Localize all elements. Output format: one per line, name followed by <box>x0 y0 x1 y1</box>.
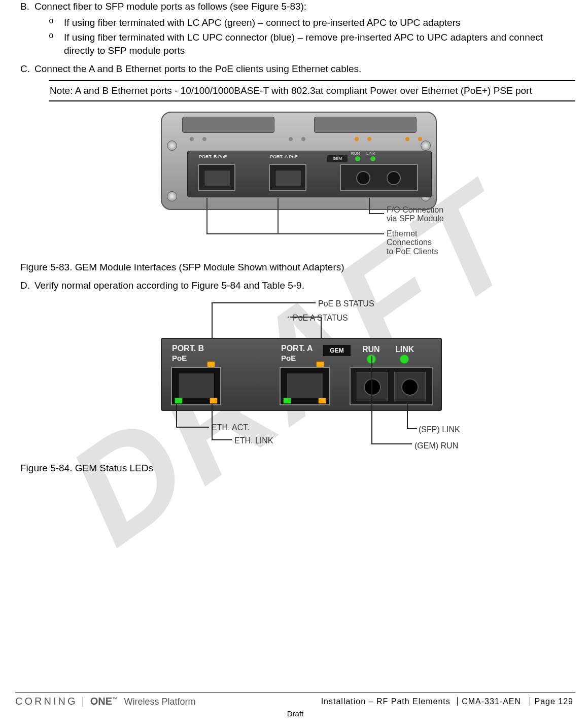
fig83-annot-fo: F/O Connection via SFP Module <box>387 205 444 223</box>
note-text: Note: A and B Ethernet ports - 10/100/10… <box>50 85 532 96</box>
footer-draft: Draft <box>15 709 575 718</box>
figure-83-caption: Figure 5-83. GEM Module Interfaces (SFP … <box>20 261 575 274</box>
step-c: C. Connect the A and B Ethernet ports to… <box>20 62 575 101</box>
fig84-gem-chip: GEM <box>323 345 351 356</box>
fig84-annot-ethlink: ETH. LINK <box>234 435 273 446</box>
step-d-letter: D. <box>20 279 30 292</box>
step-c-letter: C. <box>20 62 30 76</box>
figure-84-graphic: PoE B STATUS PoE A STATUS PORT. B PORT. … <box>130 297 465 455</box>
note-box: Note: A and B Ethernet ports - 10/100/10… <box>49 80 575 101</box>
fig84-run-label: RUN <box>362 344 380 355</box>
figure-83-graphic: PORT. B PoE PORT. A PoE GEM RUN LINK <box>151 112 445 254</box>
footer-meta: Installation – RF Path Elements CMA-331-… <box>321 697 575 706</box>
fig84-annot-gemrun: (GEM) RUN <box>414 440 458 452</box>
step-d: D. Verify normal operation according to … <box>20 279 575 292</box>
page-footer: CORNING|ONE™ Wireless Platform Installat… <box>15 692 575 718</box>
fig84-annot-sfplink: (SFP) LINK <box>419 424 460 435</box>
fig84-portb-label: PORT. B <box>172 343 204 354</box>
step-b-sub2: If using fiber terminated with LC UPC co… <box>49 31 575 57</box>
fig83-gem-chip: GEM <box>327 155 348 162</box>
fig83-porta-label: PORT. A PoE <box>270 154 298 160</box>
fig84-annot-ethact: ETH. ACT. <box>212 422 250 433</box>
step-b-sub1: If using fiber terminated with LC APC (g… <box>49 16 575 29</box>
fig84-annot-poeb: PoE B STATUS <box>318 298 374 309</box>
fig83-link-label: LINK <box>366 151 375 157</box>
step-b: B. Connect fiber to SFP module ports as … <box>20 0 575 57</box>
fig84-poeb-label: PoE <box>172 353 187 363</box>
step-b-text: Connect fiber to SFP module ports as fol… <box>34 1 306 12</box>
step-d-text: Verify normal operation according to Fig… <box>34 280 304 291</box>
fig83-portb-label: PORT. B PoE <box>199 154 227 160</box>
brand-logo: CORNING|ONE™ Wireless Platform <box>15 696 196 707</box>
figure-84-caption: Figure 5-84. GEM Status LEDs <box>20 462 575 475</box>
fig84-porta-label: PORT. A <box>281 343 313 354</box>
step-b-letter: B. <box>20 0 29 13</box>
step-c-text: Connect the A and B Ethernet ports to th… <box>34 63 361 74</box>
fig84-poea-label: PoE <box>281 353 296 363</box>
fig83-annot-eth: Ethernet Connections to PoE Clients <box>387 229 445 256</box>
fig83-run-label: RUN <box>351 151 360 157</box>
fig84-link-label: LINK <box>395 344 414 355</box>
